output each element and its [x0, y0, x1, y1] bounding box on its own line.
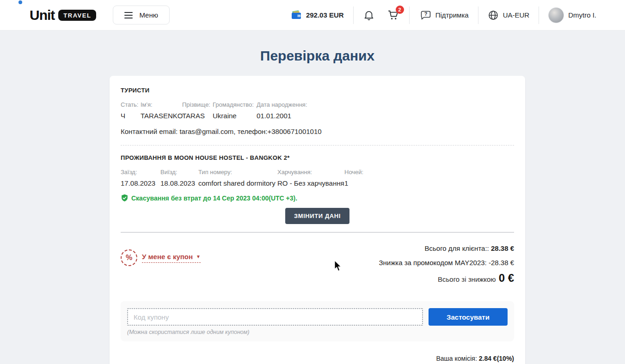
tourist-contact-info: Контактний email: taras@gmail.com, телеф…: [121, 127, 514, 135]
field-value: TARAS: [182, 112, 213, 120]
chevron-down-icon: ▼: [196, 254, 201, 259]
logo-travel-badge: TRAVEL: [58, 10, 96, 21]
discounted-total-value: 0 €: [499, 272, 514, 285]
header-divider: [353, 6, 354, 24]
field-label: Дата народження:: [257, 101, 514, 108]
user-name: Dmytro I.: [568, 11, 596, 19]
percent-glyph: %: [126, 254, 132, 262]
client-total-line: Всього для клієнта:: 28.38 €: [425, 244, 514, 252]
wallet-balance[interactable]: 292.03 EUR: [291, 10, 344, 20]
accommodation-fields-row: Заїзд: 17.08.2023 Виїзд: 18.08.2023 Тип …: [121, 169, 514, 187]
wallet-icon: [291, 10, 302, 20]
unit-travel-logo[interactable]: Unit TRAVEL: [30, 7, 96, 23]
discounted-total-label: Всього зі знижкою: [438, 275, 496, 283]
promo-discount-label: Знижка за промокодом MAY2023:: [379, 259, 487, 267]
cart-button[interactable]: 2: [387, 9, 400, 21]
field-value: Ч: [121, 112, 141, 120]
header-divider: [409, 6, 410, 24]
field-label: Заїзд:: [121, 169, 160, 176]
field-label: Прізвище:: [182, 101, 213, 108]
free-cancellation-notice: Скасування без втрат до 14 Сер 2023 04:0…: [121, 194, 514, 202]
discounted-total-line: Всього зі знижкою 0 €: [438, 272, 514, 285]
tourist-field-birthdate: Дата народження: 01.01.2001: [257, 101, 514, 120]
header-divider: [478, 6, 478, 24]
logo-text: Unit: [30, 7, 55, 23]
field-value: comfort shared dormitory: [198, 179, 277, 187]
field-value: 18.08.2023: [160, 179, 198, 187]
accommodation-field-roomtype: Тип номеру: comfort shared dormitory: [198, 169, 277, 187]
client-total-label: Всього для клієнта::: [425, 244, 489, 252]
field-value: RO - Без харчування: [277, 179, 344, 187]
field-value: TARASENKO: [141, 112, 182, 120]
coupon-toggle-label: У мене є купон: [142, 253, 193, 261]
promo-discount-value: -28.38 €: [489, 259, 514, 267]
accommodation-field-meals: Харчування: RO - Без харчування: [277, 169, 344, 187]
notifications-bell[interactable]: [363, 9, 375, 21]
top-navigation-bar: Unit TRAVEL Меню 292.03 EUR: [0, 0, 625, 30]
accommodation-section-title: ПРОЖИВАННЯ В MOON HOUSE HOSTEL - BANGKOK…: [121, 154, 514, 161]
main-content: Перевірка даних ТУРИСТИ Стать: Ч Ім'я: T…: [110, 48, 525, 364]
change-data-button[interactable]: ЗМІНИТИ ДАНІ: [285, 208, 349, 224]
cancellation-text: Скасування без втрат до 14 Сер 2023 04:0…: [131, 194, 297, 202]
user-account-menu[interactable]: Dmytro I.: [548, 7, 596, 23]
coupon-totals-row: % У мене є купон ▼ Всього для клієнта:: …: [121, 241, 514, 285]
support-label: Підтримка: [435, 11, 469, 19]
totals-block: Всього для клієнта:: 28.38 € Знижка за п…: [379, 241, 514, 285]
booking-review-card: ТУРИСТИ Стать: Ч Ім'я: TARASENKO Прізвищ…: [110, 76, 525, 364]
coupon-toggle[interactable]: % У мене є купон ▼: [121, 249, 201, 267]
coupon-code-input[interactable]: [127, 308, 423, 326]
support-chat-icon: ?: [419, 9, 431, 21]
globe-icon: [488, 10, 499, 21]
locale-currency-selector[interactable]: UA-EUR: [488, 10, 530, 21]
field-label: Стать:: [121, 101, 141, 108]
tourist-field-firstname: Ім'я: TARASENKO: [141, 101, 182, 120]
tourist-fields-row: Стать: Ч Ім'я: TARASENKO Прізвище: TARAS…: [121, 101, 514, 120]
shield-check-icon: [121, 194, 129, 202]
percent-stamp-icon: %: [121, 249, 137, 266]
cart-count-badge: 2: [396, 6, 404, 14]
field-label: Громадянство:: [213, 101, 257, 108]
page-title: Перевірка даних: [110, 48, 525, 64]
menu-button-label: Меню: [139, 11, 158, 19]
bell-icon: [363, 9, 375, 21]
coupon-toggle-label-wrap: У мене є купон ▼: [142, 253, 201, 263]
commission-label: Ваша комісія:: [436, 355, 477, 362]
accommodation-field-checkin: Заїзд: 17.08.2023: [121, 169, 160, 187]
tourist-field-citizenship: Громадянство: Ukraine: [213, 101, 257, 120]
field-label: Ім'я:: [141, 101, 182, 108]
svg-text:?: ?: [424, 11, 427, 17]
accommodation-field-checkout: Виїзд: 18.08.2023: [160, 169, 198, 187]
field-value: 1: [344, 179, 514, 187]
locale-label: UA-EUR: [503, 11, 530, 19]
user-avatar: [548, 7, 564, 23]
field-label: Харчування:: [277, 169, 344, 176]
hamburger-icon: [124, 12, 133, 18]
coupon-input-row: Застосувати: [127, 308, 508, 326]
field-value: Ukraine: [213, 112, 257, 120]
header-divider: [539, 6, 539, 24]
apply-coupon-button[interactable]: Застосувати: [429, 308, 508, 326]
commission-block: Ваша комісія: 2.84 €(10%) До сплати аген…: [121, 349, 514, 364]
field-label: Тип номеру:: [198, 169, 277, 176]
tourists-section-title: ТУРИСТИ: [121, 87, 514, 94]
tourist-field-gender: Стать: Ч: [121, 101, 141, 120]
field-value: 17.08.2023: [121, 179, 160, 187]
promo-discount-line: Знижка за промокодом MAY2023: -28.38 €: [379, 259, 514, 267]
header-right-cluster: 292.03 EUR 2: [291, 6, 596, 24]
field-value: 01.01.2001: [257, 112, 514, 120]
coupon-note: (Можна скористатися лише одним купоном): [127, 329, 508, 335]
field-label: Ночей:: [344, 169, 514, 176]
support-button[interactable]: ? Підтримка: [419, 9, 469, 21]
tourist-field-lastname: Прізвище: TARAS: [182, 101, 213, 120]
commission-line: Ваша комісія: 2.84 €(10%): [436, 355, 514, 362]
logo-dot: [18, 0, 22, 4]
accommodation-field-nights: Ночей: 1: [344, 169, 514, 187]
wallet-balance-amount: 292.03 EUR: [306, 11, 344, 19]
dashed-divider: [121, 145, 514, 146]
field-label: Виїзд:: [160, 169, 198, 176]
section-divider: [121, 232, 514, 233]
commission-value: 2.84 €(10%): [479, 355, 514, 362]
menu-button[interactable]: Меню: [113, 6, 170, 24]
client-total-value: 28.38 €: [491, 244, 514, 252]
coupon-input-panel: Застосувати (Можна скористатися лише одн…: [121, 301, 514, 341]
